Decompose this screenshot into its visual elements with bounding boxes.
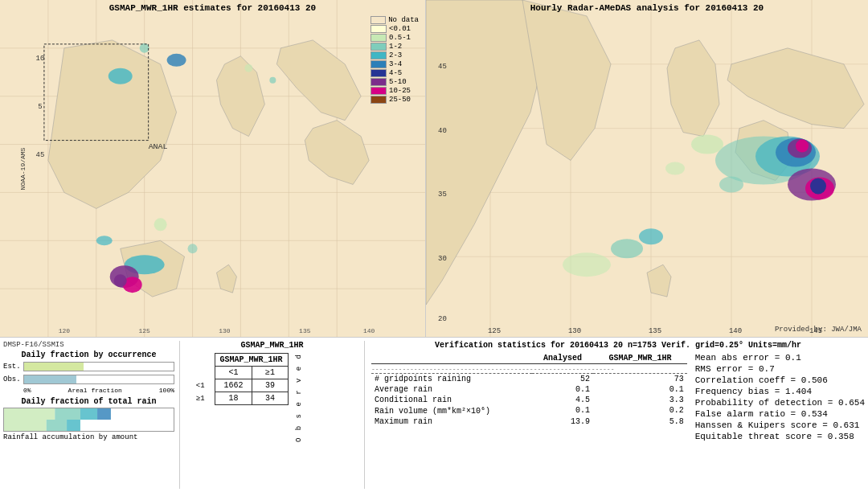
chart1-title: Daily fraction by occurrence [3,351,174,359]
svg-text:30: 30 [438,255,447,263]
svg-text:40: 40 [438,127,447,135]
svg-point-18 [269,77,276,84]
bottom-center-panel: GSMAP_MWR_1HR GSMAP_MWR_1HR <1 ≥1 [180,341,365,489]
svg-text:140: 140 [363,327,375,334]
chart2-title: Daily fraction of total rain [3,397,174,406]
row-val-condrain-a: 4.5 [532,395,593,405]
stat-rms: RMS error = 0.7 [695,364,865,374]
row-val-maxrain-a: 13.9 [532,416,593,427]
stat-hk: Hanssen & Kuipers score = 0.631 [695,420,865,430]
stat-pod: Probability of detection = 0.654 [695,398,865,408]
dmsp-label: DMSP-F16/SSMIS [3,341,174,349]
bar-axis: 0% Areal fraction 100% [3,387,174,394]
stat-ets: Equitable threat score = 0.358 [695,432,865,441]
svg-text:10: 10 [36,55,45,63]
colorbar: No data <0.01 0.5-1 1-2 2-3 [371,16,419,105]
rain-fraction-chart [3,408,174,432]
ct-est-header: GSMAP_MWR_1HR [215,354,288,367]
svg-point-15 [167,54,186,67]
svg-text:130: 130 [219,327,231,334]
svg-text:125: 125 [488,327,501,335]
axis-0pct: 0% [23,387,31,394]
chart2-section: Daily fraction of total rain Rainfall ac… [3,397,174,441]
ct-row-lt1-label: <1 [186,379,215,392]
svg-rect-76 [67,420,80,431]
row-label-maxrain: Maximum rain [371,416,532,427]
svg-text:ANAL: ANAL [149,142,168,151]
axis-label: Areal fraction [68,387,122,394]
svg-point-14 [108,68,133,84]
svg-text:125: 125 [138,327,150,334]
obs-vertical-label: O b s e r v e d [295,353,303,442]
svg-text:45: 45 [438,63,447,71]
colorbar-1-2: 1-2 [389,43,402,51]
ct-cell-ge1-lt1: 18 [215,392,252,405]
svg-rect-74 [4,420,47,431]
colorbar-3-4: 3-4 [389,60,402,68]
verif-col-gsmap: GSMAP_MWR_1HR [593,353,687,364]
svg-rect-73 [97,408,111,420]
colorbar-25-50: 25-50 [389,96,411,104]
table-row: # gridpoints raining 52 73 [371,374,687,385]
verif-right-stats: Mean abs error = 0.1 RMS error = 0.7 Cor… [687,353,865,443]
left-map-panel: GSMAP_MWR_1HR estimates for 20160413 20 … [0,0,426,337]
ct-cell-lt1-ge1: 39 [252,379,288,392]
ct-col-ge1: ≥1 [252,367,288,379]
maps-row: GSMAP_MWR_1HR estimates for 20160413 20 … [0,0,868,338]
table-row: Rain volume (mm*km²×10⁶) 0.1 0.2 [371,405,687,416]
bottom-left-panel: DMSP-F16/SSMIS Daily fraction by occurre… [3,341,180,489]
obs-bar-container [23,375,174,384]
svg-point-23 [154,218,167,231]
obs-bar-row: Obs. [3,374,174,385]
svg-text:135: 135 [649,327,661,335]
colorbar-10-25: 10-25 [389,87,411,95]
row-val-condrain-g: 3.3 [593,395,687,405]
svg-point-50 [796,140,809,153]
est-label: Est. [3,363,23,371]
stat-corr: Correlation coeff = 0.506 [695,375,865,385]
est-bar-row: Est. [3,361,174,372]
svg-point-25 [96,236,113,245]
svg-rect-71 [55,408,80,420]
est-bar-fill [24,363,84,371]
svg-text:35: 35 [438,191,447,199]
row-val-maxrain-g: 5.8 [593,416,687,427]
svg-text:130: 130 [568,327,581,335]
verif-left: Analysed GSMAP_MWR_1HR -----------------… [371,353,687,443]
provided-label: Provided by: JWA/JMA [775,326,862,334]
satellite-label: NOAA-19/AMS [19,147,27,190]
stat-mean-abs: Mean abs error = 0.1 [695,353,865,363]
ct-row-ge1-label: ≥1 [186,392,215,405]
row-label-gridpoints: # gridpoints raining [371,374,532,385]
table-row: Conditional rain 4.5 3.3 [371,395,687,405]
svg-point-22 [114,274,127,287]
svg-rect-75 [47,420,67,431]
svg-text:5: 5 [38,103,42,111]
verif-title: Verification statistics for 20160413 20 … [371,341,865,350]
axis-100pct: 100% [159,387,174,394]
svg-text:140: 140 [729,327,742,335]
row-val-rainvol-g: 0.2 [593,405,687,416]
left-map-svg: 10 5 45 ANAL 120 125 130 135 140 [0,0,425,337]
row-val-avgrain-g: 0.1 [593,384,687,395]
verif-table: Analysed GSMAP_MWR_1HR -----------------… [371,353,687,427]
right-map-title: Hourly Radar-AMeDAS analysis for 2016041… [426,3,868,13]
svg-text:120: 120 [59,327,71,334]
bottom-right-panel: Verification statistics for 20160413 20 … [365,341,865,489]
colorbar-lt001: <0.01 [389,25,411,33]
ct-col-lt1: <1 [215,367,252,379]
svg-point-17 [244,64,252,72]
ct-cell-ge1-ge1: 34 [252,392,288,405]
row-label-condrain: Conditional rain [371,395,532,405]
right-map-panel: Hourly Radar-AMeDAS analysis for 2016041… [426,0,868,337]
left-map-title: GSMAP_MWR_1HR estimates for 20160413 20 [0,3,425,13]
right-map-svg: 45 40 35 30 20 125 130 135 140 145 [426,0,868,337]
stat-far: False alarm ratio = 0.534 [695,409,865,419]
main-container: GSMAP_MWR_1HR estimates for 20160413 20 … [0,0,868,492]
verif-col-analysed: Analysed [532,353,593,364]
svg-point-53 [810,178,826,194]
table-row: Average rain 0.1 0.1 [371,384,687,395]
row-label-avgrain: Average rain [371,384,532,395]
svg-point-16 [140,43,149,53]
svg-point-56 [665,162,685,175]
